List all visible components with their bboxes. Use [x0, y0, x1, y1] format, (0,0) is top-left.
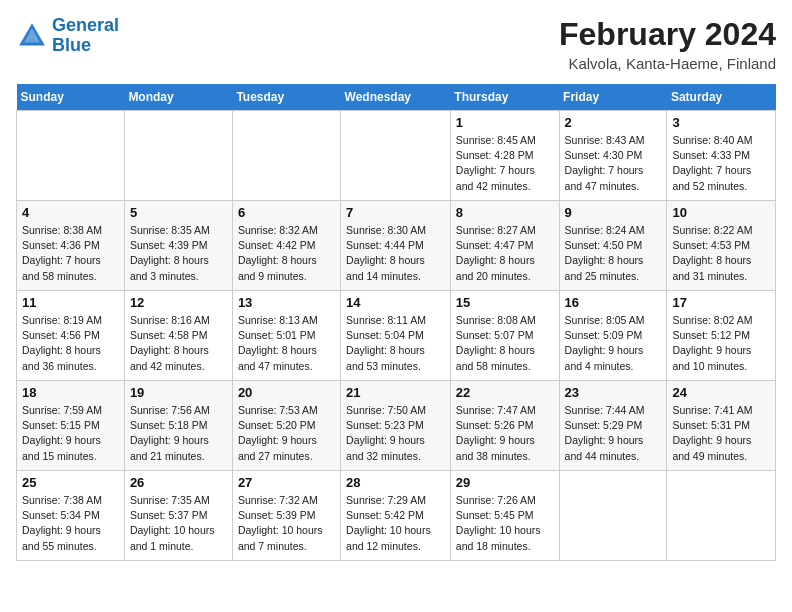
header: General Blue February 2024 Kalvola, Kant…	[16, 16, 776, 72]
logo-line1: General	[52, 15, 119, 35]
day-info: Sunrise: 8:45 AM Sunset: 4:28 PM Dayligh…	[456, 133, 554, 194]
calendar-cell	[17, 111, 125, 201]
calendar-cell: 9Sunrise: 8:24 AM Sunset: 4:50 PM Daylig…	[559, 201, 667, 291]
day-info: Sunrise: 8:32 AM Sunset: 4:42 PM Dayligh…	[238, 223, 335, 284]
calendar-week-2: 4Sunrise: 8:38 AM Sunset: 4:36 PM Daylig…	[17, 201, 776, 291]
day-number: 28	[346, 475, 445, 490]
calendar-cell: 14Sunrise: 8:11 AM Sunset: 5:04 PM Dayli…	[341, 291, 451, 381]
day-number: 7	[346, 205, 445, 220]
col-tuesday: Tuesday	[232, 84, 340, 111]
day-info: Sunrise: 7:47 AM Sunset: 5:26 PM Dayligh…	[456, 403, 554, 464]
calendar-cell: 15Sunrise: 8:08 AM Sunset: 5:07 PM Dayli…	[450, 291, 559, 381]
calendar-cell	[232, 111, 340, 201]
calendar-cell: 13Sunrise: 8:13 AM Sunset: 5:01 PM Dayli…	[232, 291, 340, 381]
day-info: Sunrise: 8:40 AM Sunset: 4:33 PM Dayligh…	[672, 133, 770, 194]
day-info: Sunrise: 8:16 AM Sunset: 4:58 PM Dayligh…	[130, 313, 227, 374]
day-number: 20	[238, 385, 335, 400]
day-info: Sunrise: 8:19 AM Sunset: 4:56 PM Dayligh…	[22, 313, 119, 374]
day-number: 17	[672, 295, 770, 310]
day-info: Sunrise: 8:08 AM Sunset: 5:07 PM Dayligh…	[456, 313, 554, 374]
day-number: 21	[346, 385, 445, 400]
calendar-cell: 24Sunrise: 7:41 AM Sunset: 5:31 PM Dayli…	[667, 381, 776, 471]
calendar-cell: 23Sunrise: 7:44 AM Sunset: 5:29 PM Dayli…	[559, 381, 667, 471]
day-info: Sunrise: 7:35 AM Sunset: 5:37 PM Dayligh…	[130, 493, 227, 554]
calendar-cell	[124, 111, 232, 201]
col-thursday: Thursday	[450, 84, 559, 111]
day-info: Sunrise: 7:59 AM Sunset: 5:15 PM Dayligh…	[22, 403, 119, 464]
calendar-cell: 16Sunrise: 8:05 AM Sunset: 5:09 PM Dayli…	[559, 291, 667, 381]
calendar-cell: 20Sunrise: 7:53 AM Sunset: 5:20 PM Dayli…	[232, 381, 340, 471]
calendar-cell: 19Sunrise: 7:56 AM Sunset: 5:18 PM Dayli…	[124, 381, 232, 471]
calendar-cell	[667, 471, 776, 561]
calendar-cell: 3Sunrise: 8:40 AM Sunset: 4:33 PM Daylig…	[667, 111, 776, 201]
day-number: 26	[130, 475, 227, 490]
calendar-cell: 6Sunrise: 8:32 AM Sunset: 4:42 PM Daylig…	[232, 201, 340, 291]
calendar-cell: 4Sunrise: 8:38 AM Sunset: 4:36 PM Daylig…	[17, 201, 125, 291]
day-number: 27	[238, 475, 335, 490]
calendar-cell: 7Sunrise: 8:30 AM Sunset: 4:44 PM Daylig…	[341, 201, 451, 291]
day-info: Sunrise: 7:50 AM Sunset: 5:23 PM Dayligh…	[346, 403, 445, 464]
day-info: Sunrise: 7:32 AM Sunset: 5:39 PM Dayligh…	[238, 493, 335, 554]
day-number: 29	[456, 475, 554, 490]
col-saturday: Saturday	[667, 84, 776, 111]
col-sunday: Sunday	[17, 84, 125, 111]
calendar-title: February 2024	[559, 16, 776, 53]
day-info: Sunrise: 7:29 AM Sunset: 5:42 PM Dayligh…	[346, 493, 445, 554]
day-number: 12	[130, 295, 227, 310]
logo-text: General Blue	[52, 16, 119, 56]
calendar-cell: 8Sunrise: 8:27 AM Sunset: 4:47 PM Daylig…	[450, 201, 559, 291]
day-number: 5	[130, 205, 227, 220]
day-number: 1	[456, 115, 554, 130]
day-number: 6	[238, 205, 335, 220]
day-number: 19	[130, 385, 227, 400]
calendar-cell: 10Sunrise: 8:22 AM Sunset: 4:53 PM Dayli…	[667, 201, 776, 291]
day-number: 13	[238, 295, 335, 310]
day-info: Sunrise: 8:30 AM Sunset: 4:44 PM Dayligh…	[346, 223, 445, 284]
calendar-cell: 28Sunrise: 7:29 AM Sunset: 5:42 PM Dayli…	[341, 471, 451, 561]
day-info: Sunrise: 8:35 AM Sunset: 4:39 PM Dayligh…	[130, 223, 227, 284]
day-number: 23	[565, 385, 662, 400]
col-friday: Friday	[559, 84, 667, 111]
day-number: 10	[672, 205, 770, 220]
day-number: 18	[22, 385, 119, 400]
calendar-week-4: 18Sunrise: 7:59 AM Sunset: 5:15 PM Dayli…	[17, 381, 776, 471]
day-info: Sunrise: 7:53 AM Sunset: 5:20 PM Dayligh…	[238, 403, 335, 464]
day-number: 24	[672, 385, 770, 400]
day-number: 8	[456, 205, 554, 220]
day-number: 16	[565, 295, 662, 310]
day-info: Sunrise: 7:44 AM Sunset: 5:29 PM Dayligh…	[565, 403, 662, 464]
calendar-week-3: 11Sunrise: 8:19 AM Sunset: 4:56 PM Dayli…	[17, 291, 776, 381]
day-info: Sunrise: 8:05 AM Sunset: 5:09 PM Dayligh…	[565, 313, 662, 374]
logo: General Blue	[16, 16, 119, 56]
day-info: Sunrise: 8:38 AM Sunset: 4:36 PM Dayligh…	[22, 223, 119, 284]
day-info: Sunrise: 8:11 AM Sunset: 5:04 PM Dayligh…	[346, 313, 445, 374]
calendar-subtitle: Kalvola, Kanta-Haeme, Finland	[559, 55, 776, 72]
day-number: 4	[22, 205, 119, 220]
day-number: 2	[565, 115, 662, 130]
header-row: Sunday Monday Tuesday Wednesday Thursday…	[17, 84, 776, 111]
calendar-cell: 1Sunrise: 8:45 AM Sunset: 4:28 PM Daylig…	[450, 111, 559, 201]
calendar-cell: 18Sunrise: 7:59 AM Sunset: 5:15 PM Dayli…	[17, 381, 125, 471]
logo-icon	[16, 20, 48, 52]
day-number: 9	[565, 205, 662, 220]
calendar-cell: 25Sunrise: 7:38 AM Sunset: 5:34 PM Dayli…	[17, 471, 125, 561]
col-wednesday: Wednesday	[341, 84, 451, 111]
calendar-cell: 5Sunrise: 8:35 AM Sunset: 4:39 PM Daylig…	[124, 201, 232, 291]
day-info: Sunrise: 7:26 AM Sunset: 5:45 PM Dayligh…	[456, 493, 554, 554]
calendar-cell: 22Sunrise: 7:47 AM Sunset: 5:26 PM Dayli…	[450, 381, 559, 471]
calendar-cell: 11Sunrise: 8:19 AM Sunset: 4:56 PM Dayli…	[17, 291, 125, 381]
calendar-week-5: 25Sunrise: 7:38 AM Sunset: 5:34 PM Dayli…	[17, 471, 776, 561]
day-number: 3	[672, 115, 770, 130]
day-number: 22	[456, 385, 554, 400]
calendar-cell	[341, 111, 451, 201]
day-number: 25	[22, 475, 119, 490]
day-info: Sunrise: 7:56 AM Sunset: 5:18 PM Dayligh…	[130, 403, 227, 464]
col-monday: Monday	[124, 84, 232, 111]
calendar-cell: 27Sunrise: 7:32 AM Sunset: 5:39 PM Dayli…	[232, 471, 340, 561]
calendar-cell: 17Sunrise: 8:02 AM Sunset: 5:12 PM Dayli…	[667, 291, 776, 381]
day-number: 15	[456, 295, 554, 310]
calendar-cell: 21Sunrise: 7:50 AM Sunset: 5:23 PM Dayli…	[341, 381, 451, 471]
calendar-table: Sunday Monday Tuesday Wednesday Thursday…	[16, 84, 776, 561]
day-info: Sunrise: 8:27 AM Sunset: 4:47 PM Dayligh…	[456, 223, 554, 284]
calendar-week-1: 1Sunrise: 8:45 AM Sunset: 4:28 PM Daylig…	[17, 111, 776, 201]
